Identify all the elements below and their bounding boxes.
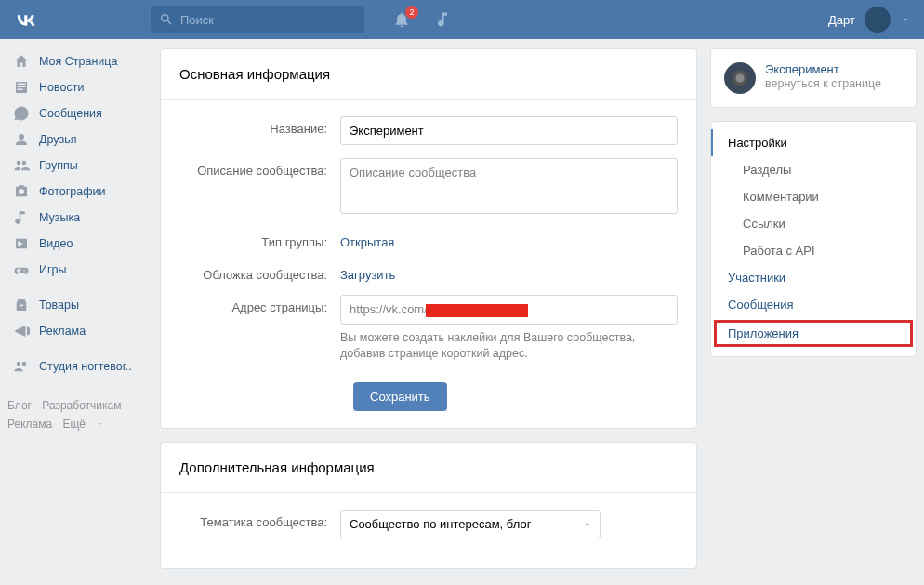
community-box: Эксперимент вернуться к странице [710, 48, 917, 108]
menu-members[interactable]: Участники [711, 264, 916, 291]
market-icon [13, 297, 30, 313]
nav-item-ads[interactable]: Реклама [7, 318, 147, 344]
nav-label: Друзья [39, 133, 77, 146]
notifications-icon[interactable]: 2 [392, 10, 411, 29]
addr-hint: Вы можете создать наклейки для Вашего со… [340, 330, 678, 362]
page-container: Моя СтраницаНовостиСообщенияДрузьяГруппы… [0, 39, 924, 569]
cover-label: Обложка сообщества: [179, 262, 340, 282]
addr-redacted [426, 304, 528, 317]
nav-item-music[interactable]: Музыка [7, 205, 147, 231]
menu-settings[interactable]: Настройки [711, 129, 916, 156]
footer-more[interactable]: Ещё [62, 418, 103, 431]
friends-icon [13, 131, 30, 148]
footer-links: Блог Разработчикам Реклама Ещё [7, 396, 147, 433]
community-avatar[interactable] [724, 62, 756, 94]
addr-input[interactable]: https://vk.com/ [340, 295, 678, 325]
nav-item-photos[interactable]: Фотографии [7, 179, 147, 205]
cover-upload-link[interactable]: Загрузить [340, 262, 395, 282]
user-menu[interactable]: Дарт [828, 7, 911, 33]
topic-select-input[interactable] [340, 510, 601, 538]
search-icon [159, 12, 174, 27]
top-header: 2 Дарт [0, 0, 924, 39]
nav-label: Фотографии [39, 185, 105, 198]
studio-icon [13, 358, 30, 375]
photos-icon [13, 183, 30, 200]
nav-label: Моя Страница [39, 55, 117, 68]
nav-item-friends[interactable]: Друзья [7, 126, 147, 153]
topic-select[interactable] [340, 510, 601, 538]
notif-badge: 2 [405, 6, 418, 19]
nav-label: Группы [39, 159, 78, 172]
sidebar-left: Моя СтраницаНовостиСообщенияДрузьяГруппы… [7, 48, 147, 569]
settings-menu: Настройки Разделы Комментарии Ссылки Раб… [710, 121, 917, 357]
topic-label: Тематика сообщества: [179, 510, 340, 529]
footer-devs[interactable]: Разработчикам [42, 399, 121, 412]
groups-icon [13, 157, 30, 174]
nav-item-video[interactable]: Видео [7, 231, 147, 257]
msg-icon [13, 105, 30, 122]
video-icon [13, 235, 30, 252]
nav-label: Новости [39, 81, 84, 94]
vk-logo[interactable] [13, 7, 39, 33]
menu-sections[interactable]: Разделы [711, 156, 916, 183]
type-link[interactable]: Открытая [340, 230, 394, 249]
nav-label: Сообщения [39, 107, 102, 120]
name-input[interactable] [340, 116, 678, 145]
menu-apps[interactable]: Приложения [714, 320, 913, 347]
nav-item-news[interactable]: Новости [7, 74, 147, 100]
nav-item-studio[interactable]: Студия ногтевог.. [7, 353, 147, 379]
desc-label: Описание сообщества: [179, 158, 340, 178]
nav-item-market[interactable]: Товары [7, 292, 147, 318]
search-input[interactable] [151, 6, 364, 33]
nav-label: Студия ногтевог.. [39, 360, 132, 373]
games-icon [13, 261, 30, 278]
nav-item-home[interactable]: Моя Страница [7, 48, 147, 74]
music-icon[interactable] [433, 10, 452, 29]
save-button[interactable]: Сохранить [353, 382, 447, 411]
type-label: Тип группы: [179, 230, 340, 249]
panel-title-extra: Дополнительная информация [161, 443, 696, 493]
community-name[interactable]: Эксперимент [765, 62, 881, 76]
username: Дарт [828, 13, 855, 27]
menu-comments[interactable]: Комментарии [711, 183, 916, 210]
menu-messages[interactable]: Сообщения [711, 291, 916, 318]
nav-label: Реклама [39, 325, 86, 338]
nav-label: Игры [39, 263, 66, 276]
search-wrap [151, 6, 364, 33]
chevron-down-icon [900, 14, 911, 25]
header-icons: 2 [392, 10, 452, 29]
community-back-link[interactable]: вернуться к странице [765, 77, 881, 90]
menu-links[interactable]: Ссылки [711, 210, 916, 237]
nav-label: Видео [39, 237, 73, 250]
footer-ads[interactable]: Реклама [7, 418, 52, 431]
menu-api[interactable]: Работа с API [711, 237, 916, 264]
nav-item-games[interactable]: Игры [7, 257, 147, 283]
panel-extra-info: Дополнительная информация Тематика сообщ… [160, 442, 697, 569]
desc-textarea[interactable] [340, 158, 678, 214]
ads-icon [13, 323, 30, 339]
news-icon [13, 79, 30, 96]
nav-label: Музыка [39, 211, 80, 224]
name-label: Название: [179, 116, 340, 136]
nav-item-msg[interactable]: Сообщения [7, 100, 147, 126]
user-avatar [865, 7, 891, 33]
addr-label: Адрес страницы: [179, 295, 340, 314]
music-icon [13, 209, 30, 226]
nav-label: Товары [39, 299, 79, 312]
home-icon [13, 53, 30, 70]
svg-point-1 [735, 73, 744, 82]
footer-blog[interactable]: Блог [7, 399, 32, 412]
nav-item-groups[interactable]: Группы [7, 153, 147, 179]
panel-title-basic: Основная информация [161, 49, 696, 100]
panel-basic-info: Основная информация Название: Описание с… [160, 48, 697, 429]
sidebar-right: Эксперимент вернуться к странице Настрой… [710, 48, 917, 569]
main-column: Основная информация Название: Описание с… [160, 48, 697, 569]
